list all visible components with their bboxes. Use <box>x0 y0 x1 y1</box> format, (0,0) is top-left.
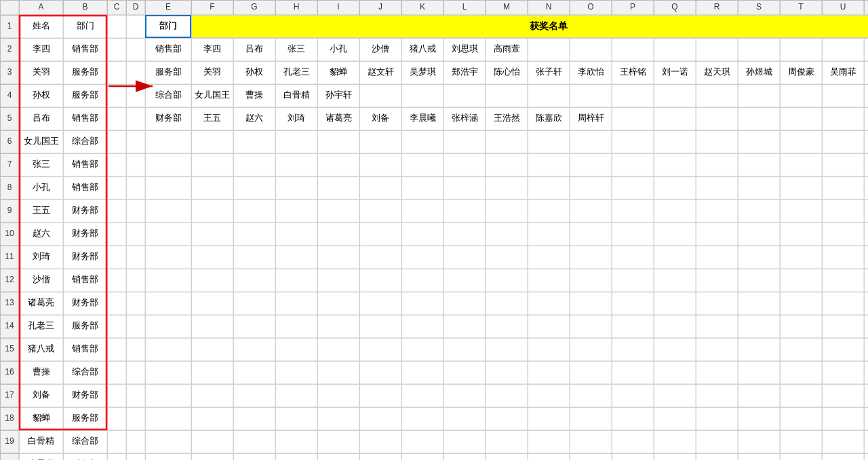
spreadsheet <box>0 0 868 460</box>
